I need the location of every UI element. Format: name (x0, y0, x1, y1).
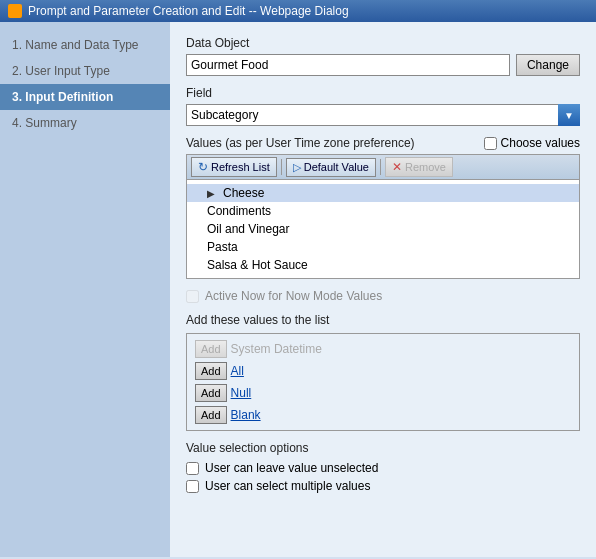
sidebar-item-summary[interactable]: 4. Summary (0, 110, 170, 136)
values-list: ▶ Cheese Condiments Oil and Vinegar Past… (187, 180, 579, 278)
default-value-icon: ▷ (293, 161, 301, 174)
choose-values-label: Choose values (501, 136, 580, 150)
add-row-blank: Add Blank (195, 406, 571, 424)
add-all-label[interactable]: All (231, 364, 244, 378)
select-multiple-checkbox[interactable] (186, 480, 199, 493)
default-value-label: Default Value (304, 161, 369, 173)
leave-unselected-label: User can leave value unselected (205, 461, 378, 475)
app-icon (8, 4, 22, 18)
data-object-input[interactable] (186, 54, 510, 76)
add-row-system-datetime: Add System Datetime (195, 340, 571, 358)
add-blank-label[interactable]: Blank (231, 408, 261, 422)
value-label: Cheese (223, 186, 264, 200)
active-now-row: Active Now for Now Mode Values (186, 289, 580, 303)
change-button[interactable]: Change (516, 54, 580, 76)
choose-values-checkbox[interactable] (484, 137, 497, 150)
add-row-null: Add Null (195, 384, 571, 402)
list-item[interactable]: Salsa & Hot Sauce (187, 256, 579, 274)
value-label: Salsa & Hot Sauce (207, 258, 308, 272)
toolbar-separator-1 (281, 159, 282, 175)
values-table: ↻ Refresh List ▷ Default Value ✕ Remove … (186, 154, 580, 279)
title-bar-label: Prompt and Parameter Creation and Edit -… (28, 4, 349, 18)
remove-button[interactable]: ✕ Remove (385, 157, 453, 177)
default-value-button[interactable]: ▷ Default Value (286, 158, 376, 177)
toolbar-separator-2 (380, 159, 381, 175)
active-now-label: Active Now for Now Mode Values (205, 289, 382, 303)
field-select[interactable]: Subcategory (186, 104, 580, 126)
data-object-label: Data Object (186, 36, 580, 50)
list-item[interactable]: Pasta (187, 238, 579, 256)
add-system-datetime-label: System Datetime (231, 342, 322, 356)
values-label: Values (as per User Time zone preference… (186, 136, 415, 150)
list-item[interactable]: Condiments (187, 202, 579, 220)
field-select-wrapper: Subcategory ▼ (186, 104, 580, 126)
values-header: Values (as per User Time zone preference… (186, 136, 580, 150)
value-option-row-multiple: User can select multiple values (186, 479, 580, 493)
sidebar-item-name-data-type[interactable]: 1. Name and Data Type (0, 32, 170, 58)
selected-arrow-icon: ▶ (207, 188, 215, 199)
add-all-button[interactable]: Add (195, 362, 227, 380)
content-area: Data Object Change Field Subcategory ▼ V… (170, 22, 596, 557)
sidebar-item-input-definition[interactable]: 3. Input Definition (0, 84, 170, 110)
choose-values-row: Choose values (484, 136, 580, 150)
value-options-section: Value selection options User can leave v… (186, 441, 580, 493)
sidebar: 1. Name and Data Type 2. User Input Type… (0, 22, 170, 557)
value-option-row-unselected: User can leave value unselected (186, 461, 580, 475)
field-label: Field (186, 86, 580, 100)
refresh-list-button[interactable]: ↻ Refresh List (191, 157, 277, 177)
list-item[interactable]: Oil and Vinegar (187, 220, 579, 238)
add-null-label[interactable]: Null (231, 386, 252, 400)
leave-unselected-checkbox[interactable] (186, 462, 199, 475)
remove-label: Remove (405, 161, 446, 173)
value-label: Oil and Vinegar (207, 222, 290, 236)
sidebar-item-user-input-type[interactable]: 2. User Input Type (0, 58, 170, 84)
field-row: Subcategory ▼ (186, 104, 580, 126)
refresh-list-label: Refresh List (211, 161, 270, 173)
select-multiple-label: User can select multiple values (205, 479, 370, 493)
values-toolbar: ↻ Refresh List ▷ Default Value ✕ Remove (187, 155, 579, 180)
value-label: Condiments (207, 204, 271, 218)
active-now-checkbox (186, 290, 199, 303)
main-container: 1. Name and Data Type 2. User Input Type… (0, 22, 596, 557)
value-label: Pasta (207, 240, 238, 254)
title-bar: Prompt and Parameter Creation and Edit -… (0, 0, 596, 22)
add-values-box: Add System Datetime Add All Add Null Add… (186, 333, 580, 431)
add-system-datetime-button: Add (195, 340, 227, 358)
add-null-button[interactable]: Add (195, 384, 227, 402)
value-options-label: Value selection options (186, 441, 580, 455)
add-values-label: Add these values to the list (186, 313, 580, 327)
remove-icon: ✕ (392, 160, 402, 174)
add-values-section: Add these values to the list Add System … (186, 313, 580, 431)
list-item[interactable]: ▶ Cheese (187, 184, 579, 202)
add-blank-button[interactable]: Add (195, 406, 227, 424)
add-row-all: Add All (195, 362, 571, 380)
refresh-icon: ↻ (198, 160, 208, 174)
data-object-row: Change (186, 54, 580, 76)
